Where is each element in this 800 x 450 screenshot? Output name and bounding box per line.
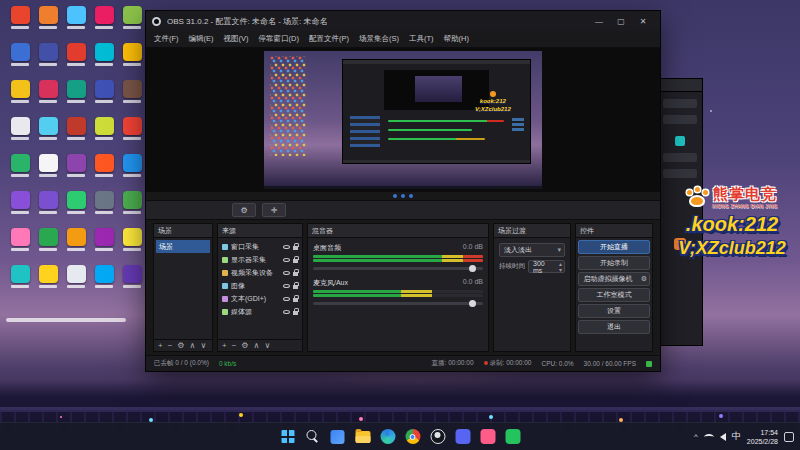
duration-spinbox[interactable]: 300 ms <box>528 260 565 273</box>
mixer-dock-title[interactable]: 混音器 <box>308 224 488 238</box>
desktop-icon[interactable] <box>120 265 144 302</box>
control-button[interactable]: 开始录制 <box>578 256 650 270</box>
menu-item[interactable]: 文件(F) <box>154 34 179 44</box>
source-item[interactable]: 窗口采集 <box>220 240 300 253</box>
desktop-icon[interactable] <box>8 6 32 43</box>
desktop-icon[interactable] <box>36 265 60 302</box>
volume-icon[interactable] <box>720 433 726 441</box>
desktop-icon[interactable] <box>8 154 32 191</box>
lock-icon[interactable] <box>293 272 298 276</box>
source-item[interactable]: 显示器采集 <box>220 253 300 266</box>
desktop-icon[interactable] <box>8 265 32 302</box>
edge-icon[interactable] <box>379 428 397 446</box>
source-item[interactable]: 图像 <box>220 279 300 292</box>
control-button[interactable]: 开始直播 <box>578 240 650 254</box>
lock-icon[interactable] <box>293 285 298 289</box>
maximize-button[interactable]: ▢ <box>610 13 632 29</box>
lock-icon[interactable] <box>293 259 298 263</box>
desktop-icon[interactable] <box>64 117 88 154</box>
visibility-eye-icon[interactable] <box>283 271 290 275</box>
lock-icon[interactable] <box>293 311 298 315</box>
desktop-icon[interactable] <box>64 6 88 43</box>
desktop-long-filename[interactable] <box>6 318 126 322</box>
control-button[interactable]: 设置 <box>578 304 650 318</box>
file-explorer-icon[interactable] <box>354 428 372 446</box>
sources-dock-title[interactable]: 来源 <box>218 224 302 238</box>
desktop-icon[interactable] <box>120 43 144 80</box>
visibility-eye-icon[interactable] <box>283 245 290 249</box>
control-button[interactable]: 退出 <box>578 320 650 334</box>
toolbar-icon[interactable]: ⚙ <box>177 341 184 350</box>
obs-taskbar-icon[interactable] <box>429 428 447 446</box>
desktop-icon[interactable] <box>8 80 32 117</box>
desktop-icon[interactable] <box>92 43 116 80</box>
toolbar-icon[interactable]: + <box>158 341 163 350</box>
desktop-icon[interactable] <box>64 265 88 302</box>
volume-slider[interactable] <box>313 267 483 270</box>
background-window-button[interactable] <box>663 169 697 178</box>
tray-expand-icon[interactable]: ^ <box>694 432 698 441</box>
desktop-icon[interactable] <box>64 43 88 80</box>
desktop-icon[interactable] <box>36 191 60 228</box>
control-button[interactable]: 启动虚拟摄像机 <box>578 272 650 286</box>
desktop-icon[interactable] <box>8 43 32 80</box>
app-icon-pink[interactable] <box>479 428 497 446</box>
menu-item[interactable]: 工具(T) <box>409 34 434 44</box>
desktop-icon[interactable] <box>92 154 116 191</box>
desktop-icon[interactable] <box>92 117 116 154</box>
source-item[interactable]: 文本(GDI+) <box>220 292 300 305</box>
scene-item-selected[interactable]: 场景 <box>156 240 210 253</box>
app-icon-purple[interactable] <box>454 428 472 446</box>
desktop-icon[interactable] <box>120 228 144 265</box>
desktop-icon[interactable] <box>120 154 144 191</box>
toolbar-icon[interactable]: ∨ <box>264 341 270 350</box>
toolbar-icon[interactable]: ∨ <box>200 341 206 350</box>
desktop-icon[interactable] <box>64 154 88 191</box>
toolbar-icon[interactable]: − <box>168 341 173 350</box>
desktop-icon[interactable] <box>36 80 60 117</box>
input-language[interactable]: 中 <box>732 430 741 443</box>
obs-titlebar[interactable]: OBS 31.0.2 - 配置文件: 未命名 - 场景: 未命名 — ▢ ✕ <box>146 11 660 31</box>
move-icon[interactable]: ✛ <box>262 203 286 217</box>
scenes-dock-title[interactable]: 场景 <box>154 224 212 238</box>
lock-icon[interactable] <box>293 298 298 302</box>
start-button[interactable] <box>279 428 297 446</box>
wifi-icon[interactable] <box>704 434 714 440</box>
source-item[interactable]: 视频采集设备 <box>220 266 300 279</box>
desktop-icon[interactable] <box>92 228 116 265</box>
desktop-icon[interactable] <box>36 228 60 265</box>
menu-item[interactable]: 配置文件(P) <box>309 34 349 44</box>
menu-item[interactable]: 场景集合(S) <box>359 34 399 44</box>
background-window-button[interactable] <box>663 153 697 162</box>
menu-item[interactable]: 帮助(H) <box>444 34 469 44</box>
desktop-icon[interactable] <box>36 154 60 191</box>
desktop-icon[interactable] <box>92 191 116 228</box>
desktop-icon[interactable] <box>8 117 32 154</box>
volume-slider[interactable] <box>313 302 483 305</box>
background-window-button[interactable] <box>663 115 697 124</box>
close-button[interactable]: ✕ <box>632 13 654 29</box>
visibility-eye-icon[interactable] <box>283 258 290 262</box>
menu-item[interactable]: 编辑(E) <box>189 34 214 44</box>
desktop-icon[interactable] <box>92 265 116 302</box>
menu-item[interactable]: 视图(V) <box>224 34 249 44</box>
visibility-eye-icon[interactable] <box>283 297 290 301</box>
desktop-icon[interactable] <box>120 191 144 228</box>
toolbar-icon[interactable]: ∧ <box>190 341 196 350</box>
toolbar-icon[interactable]: ∧ <box>254 341 260 350</box>
lock-icon[interactable] <box>293 246 298 250</box>
desktop-icon[interactable] <box>8 191 32 228</box>
chrome-icon[interactable] <box>404 428 422 446</box>
control-button[interactable]: 工作室模式 <box>578 288 650 302</box>
search-icon[interactable] <box>304 428 322 446</box>
desktop-icon[interactable] <box>92 80 116 117</box>
controls-dock-title[interactable]: 控件 <box>576 224 652 238</box>
gear-icon[interactable]: ⚙ <box>232 203 256 217</box>
obs-preview-canvas[interactable]: kook:212 V;XZclub212 <box>146 48 660 192</box>
desktop-icon[interactable] <box>120 6 144 43</box>
desktop-icon[interactable] <box>64 191 88 228</box>
desktop-icon[interactable] <box>92 6 116 43</box>
minimize-button[interactable]: — <box>588 13 610 29</box>
widgets-icon[interactable] <box>329 428 347 446</box>
desktop-icon[interactable] <box>120 117 144 154</box>
